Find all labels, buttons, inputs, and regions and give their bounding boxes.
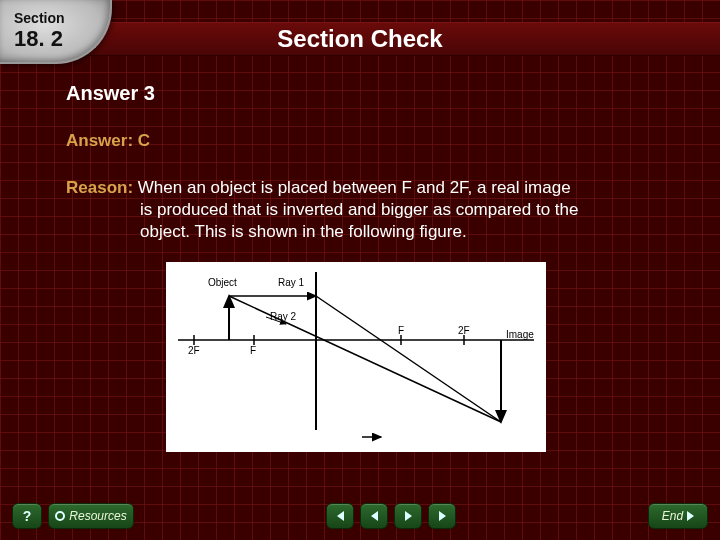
next-button[interactable] (394, 503, 422, 529)
label-left-f: F (250, 345, 256, 356)
resources-icon (55, 511, 65, 521)
answer-label: Answer: (66, 131, 133, 150)
section-number: 18. 2 (14, 26, 63, 52)
answer-value: C (133, 131, 150, 150)
label-ray2: Ray 2 (270, 311, 297, 322)
help-icon: ? (23, 508, 32, 524)
answer-line: Answer: C (66, 131, 680, 151)
section-label: Section (14, 10, 65, 26)
last-icon (439, 511, 446, 521)
ray-diagram-figure: Object Ray 1 Ray 2 2F F F 2F Image (166, 262, 546, 452)
help-button[interactable]: ? (12, 503, 42, 529)
reason-line-1: When an object is placed between F and 2… (133, 178, 571, 197)
reason-line-3: object. This is shown in the following f… (140, 221, 680, 243)
label-image: Image (506, 329, 534, 340)
ray-diagram-svg: Object Ray 1 Ray 2 2F F F 2F Image (166, 262, 546, 452)
last-button[interactable] (428, 503, 456, 529)
end-button[interactable]: End (648, 503, 708, 529)
resources-label: Resources (69, 509, 126, 523)
reason-line-2: is produced that is inverted and bigger … (140, 199, 680, 221)
reason-label: Reason: (66, 178, 133, 197)
resources-button[interactable]: Resources (48, 503, 134, 529)
first-icon (337, 511, 344, 521)
content-area: Answer 3 Answer: C Reason: When an objec… (66, 82, 680, 243)
label-ray1: Ray 1 (278, 277, 305, 288)
label-object: Object (208, 277, 237, 288)
prev-icon (371, 511, 378, 521)
label-right-2f: 2F (458, 325, 470, 336)
label-right-f: F (398, 325, 404, 336)
next-icon (405, 511, 412, 521)
reason-block: Reason: When an object is placed between… (66, 177, 680, 243)
footer-bar: ? Resources End (0, 500, 720, 532)
end-icon (687, 511, 694, 521)
svg-line-9 (316, 296, 501, 422)
page-title: Section Check (277, 25, 442, 53)
end-label: End (662, 509, 683, 523)
label-left-2f: 2F (188, 345, 200, 356)
first-button[interactable] (326, 503, 354, 529)
answer-heading: Answer 3 (66, 82, 680, 105)
prev-button[interactable] (360, 503, 388, 529)
